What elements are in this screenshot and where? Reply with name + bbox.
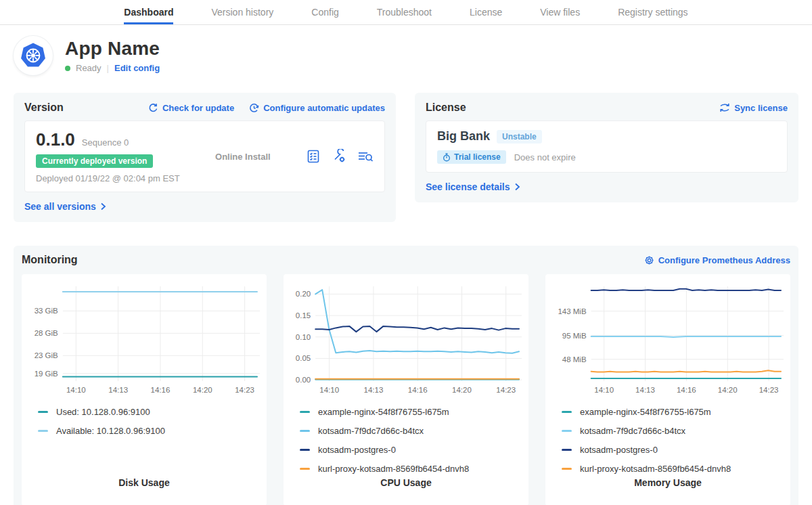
legend-label: kurl-proxy-kotsadm-8569fb6454-dnvh8: [580, 464, 731, 474]
legend-label: kotsadm-7f9dc7d66c-b4tcx: [318, 426, 424, 436]
preflight-checklist-icon: [306, 149, 321, 164]
kubernetes-logo-icon: [14, 36, 53, 75]
version-card: Version Check for update Configure au: [14, 93, 396, 222]
configure-prometheus-link[interactable]: Configure Prometheus Address: [644, 255, 790, 265]
svg-text:19 GiB: 19 GiB: [35, 370, 58, 378]
legend-label: example-nginx-54f8f76755-l675m: [580, 407, 711, 417]
legend-color-dash: [562, 468, 572, 470]
channel-badge: Unstable: [497, 130, 542, 144]
tab-registry-settings[interactable]: Registry settings: [618, 0, 687, 24]
svg-text:14:13: 14:13: [108, 386, 128, 394]
svg-text:14:10: 14:10: [66, 386, 86, 394]
wrench-gear-icon: [332, 149, 346, 164]
svg-text:0.00: 0.00: [296, 376, 311, 384]
install-type: Online Install: [215, 152, 271, 162]
svg-text:48 MiB: 48 MiB: [562, 355, 587, 364]
license-name: Big Bank: [437, 129, 490, 144]
chart-title: Memory Usage: [552, 477, 784, 488]
tab-config[interactable]: Config: [311, 0, 338, 24]
svg-text:0.05: 0.05: [296, 354, 311, 362]
trial-license-badge: Trial license: [437, 150, 506, 164]
stopwatch-icon: [443, 153, 451, 162]
chart-title: Disk Usage: [28, 477, 260, 488]
svg-text:14:20: 14:20: [193, 386, 212, 394]
app-header: App Name Ready | Edit config: [14, 36, 798, 75]
legend-item: kotsadm-7f9dc7d66c-b4tcx: [300, 426, 515, 436]
legend-item: Available: 10.128.0.96:9100: [38, 426, 253, 436]
svg-text:0.20: 0.20: [296, 290, 311, 298]
license-expiry: Does not expire: [514, 152, 576, 162]
legend-item: kotsadm-postgres-0: [300, 445, 515, 455]
legend-label: kurl-proxy-kotsadm-8569fb6454-dnvh8: [318, 464, 469, 474]
legend-label: kotsadm-postgres-0: [580, 445, 658, 455]
sync-license-link[interactable]: Sync license: [719, 103, 788, 113]
edit-config-link[interactable]: Edit config: [114, 63, 160, 73]
legend-color-dash: [562, 411, 572, 413]
legend-label: Used: 10.128.0.96:9100: [56, 407, 150, 417]
legend-item: Used: 10.128.0.96:9100: [38, 407, 253, 417]
memory-usage-chart-panel: 14:1014:1314:1614:2014:2348 MiB95 MiB143…: [545, 274, 790, 505]
svg-text:28 GiB: 28 GiB: [35, 329, 58, 337]
tab-view-files[interactable]: View files: [540, 0, 580, 24]
legend-item: example-nginx-54f8f76755-l675m: [300, 407, 515, 417]
chart-title: CPU Usage: [290, 477, 522, 488]
version-sequence: Sequence 0: [82, 137, 129, 148]
legend-item: kotsadm-7f9dc7d66c-b4tcx: [562, 426, 777, 436]
schedule-update-icon: [249, 103, 259, 113]
disk-usage-chart: 14:1014:1314:1614:2014:2319 GiB23 GiB28 …: [28, 281, 260, 397]
legend-item: example-nginx-54f8f76755-l675m: [562, 407, 777, 417]
legend-color-dash: [562, 449, 572, 451]
legend-color-dash: [38, 430, 48, 432]
legend-color-dash: [300, 430, 310, 432]
view-deploy-logs-button[interactable]: [357, 149, 374, 164]
tab-version-history[interactable]: Version history: [211, 0, 273, 24]
see-all-versions-link[interactable]: See all versions: [24, 201, 106, 212]
charts-row: 14:1014:1314:1614:2014:2319 GiB23 GiB28 …: [22, 274, 790, 505]
refresh-icon: [148, 103, 158, 113]
tab-troubleshoot[interactable]: Troubleshoot: [377, 0, 432, 24]
chart-legend: example-nginx-54f8f76755-l675mkotsadm-7f…: [290, 397, 522, 477]
svg-text:14:10: 14:10: [319, 386, 339, 394]
tab-license[interactable]: License: [470, 0, 502, 24]
legend-label: example-nginx-54f8f76755-l675m: [318, 407, 449, 417]
legend-color-dash: [300, 468, 310, 470]
license-card-title: License: [426, 102, 466, 114]
svg-text:95 MiB: 95 MiB: [562, 332, 587, 340]
svg-text:14:13: 14:13: [635, 386, 655, 394]
deployed-badge: Currently deployed version: [36, 154, 153, 168]
svg-text:14:23: 14:23: [496, 386, 516, 394]
chart-legend: Used: 10.128.0.96:9100Available: 10.128.…: [28, 397, 260, 477]
svg-text:0.10: 0.10: [296, 333, 311, 341]
logs-search-icon: [357, 149, 374, 164]
chevron-right-icon: [100, 202, 106, 211]
chart-legend: example-nginx-54f8f76755-l675mkotsadm-7f…: [552, 397, 784, 477]
configure-automatic-updates-link[interactable]: Configure automatic updates: [249, 103, 385, 113]
legend-color-dash: [562, 430, 572, 432]
tab-dashboard[interactable]: Dashboard: [124, 0, 173, 24]
check-for-update-link[interactable]: Check for update: [148, 103, 234, 113]
app-status: Ready: [76, 63, 102, 73]
version-number: 0.1.0: [36, 129, 75, 150]
svg-text:14:10: 14:10: [594, 386, 614, 394]
license-card: License Sync license Big Bank Unstable: [415, 93, 798, 202]
legend-color-dash: [300, 411, 310, 413]
svg-text:14:20: 14:20: [718, 386, 738, 394]
svg-text:14:16: 14:16: [408, 386, 428, 394]
preflight-checks-button[interactable]: [306, 149, 321, 164]
svg-text:23 GiB: 23 GiB: [35, 351, 58, 359]
svg-text:14:16: 14:16: [677, 386, 696, 394]
memory-usage-chart: 14:1014:1314:1614:2014:2348 MiB95 MiB143…: [552, 281, 784, 397]
separator: |: [107, 63, 109, 73]
sync-icon: [719, 103, 730, 112]
legend-item: kotsadm-postgres-0: [562, 445, 777, 455]
config-values-button[interactable]: [332, 149, 346, 164]
legend-item: kurl-proxy-kotsadm-8569fb6454-dnvh8: [300, 464, 515, 474]
legend-color-dash: [38, 411, 48, 413]
gear-icon: [644, 255, 654, 265]
svg-text:14:20: 14:20: [452, 386, 472, 394]
monitoring-title: Monitoring: [22, 254, 78, 266]
see-license-details-link[interactable]: See license details: [426, 181, 520, 192]
svg-text:14:16: 14:16: [151, 386, 171, 394]
cpu-usage-chart-panel: 14:1014:1314:1614:2014:230.000.050.100.1…: [284, 274, 528, 505]
page-title: App Name: [65, 38, 160, 60]
